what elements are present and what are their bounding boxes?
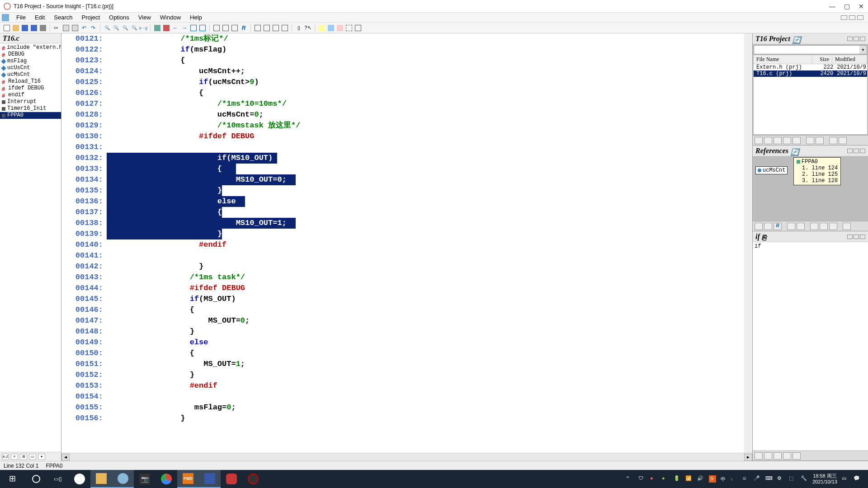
- tray-clock[interactable]: 18:58 周三 2021/10/13: [812, 473, 837, 485]
- symbol-item[interactable]: Timer16_Init: [0, 105, 61, 112]
- tray-settings-icon[interactable]: ⚙: [777, 475, 784, 483]
- tray-app-icon[interactable]: ●: [650, 475, 657, 483]
- code-line[interactable]: 00134: MS10_OUT=0;: [61, 174, 752, 185]
- proj-btn-4[interactable]: [783, 137, 791, 144]
- filter-button[interactable]: ▾: [38, 454, 45, 460]
- mdi-minimize[interactable]: [841, 15, 847, 20]
- proj-btn-1[interactable]: [755, 137, 763, 144]
- code-line[interactable]: 00138: MS10_OUT=1;: [61, 218, 752, 229]
- panel-close-button[interactable]: [860, 37, 865, 41]
- panel-button-2[interactable]: [222, 24, 230, 32]
- symbol-item[interactable]: Interrupt: [0, 99, 61, 105]
- highlight-button-1[interactable]: [318, 24, 326, 32]
- code-line[interactable]: 00139: }: [61, 229, 752, 239]
- line-content[interactable]: }: [107, 413, 752, 424]
- line-content[interactable]: msFlag=0;: [107, 402, 752, 413]
- code-line[interactable]: 00131:: [61, 142, 752, 153]
- highlight-button-2[interactable]: [327, 24, 335, 32]
- symbol-item[interactable]: ucMsCnt: [0, 71, 61, 78]
- tray-shield-icon[interactable]: 🛡: [638, 475, 646, 483]
- line-content[interactable]: [107, 250, 752, 261]
- tray-battery-icon[interactable]: 🔋: [674, 475, 681, 483]
- line-content[interactable]: }: [107, 185, 752, 196]
- book-button[interactable]: ▭: [29, 454, 36, 460]
- undo-button[interactable]: ↶: [80, 24, 88, 32]
- line-content[interactable]: #endif: [107, 380, 752, 391]
- arrange-button[interactable]: [281, 24, 289, 32]
- search-files-button[interactable]: 🔍: [130, 24, 138, 32]
- code-line[interactable]: 00124: ucMsCnt++;: [61, 66, 752, 77]
- code-line[interactable]: 00128: ucMsCnt=0;: [61, 109, 752, 120]
- print-button[interactable]: [39, 24, 47, 32]
- copy-button[interactable]: [62, 24, 70, 32]
- line-content[interactable]: if(msFlag): [107, 44, 752, 55]
- close-button[interactable]: ✕: [858, 3, 864, 9]
- task-app-1[interactable]: [69, 470, 90, 488]
- code-line[interactable]: 00121: /*1ms标记*/: [61, 33, 752, 44]
- line-content[interactable]: }: [107, 229, 752, 239]
- ref-line-item[interactable]: 1. line 124: [802, 165, 838, 171]
- tray-wifi-icon[interactable]: 📶: [685, 475, 693, 483]
- line-content[interactable]: {: [107, 348, 752, 359]
- bookmark-button[interactable]: [153, 24, 161, 32]
- line-content[interactable]: /*1ms*10=10ms*/: [107, 99, 752, 109]
- code-line[interactable]: 00126: {: [61, 88, 752, 99]
- ref-popup[interactable]: FPPA0 1. line 1242. line 1253. line 128: [793, 157, 841, 185]
- references-body[interactable]: ucMsCnt FPPA0 1. line 1242. line 1253. l…: [753, 156, 868, 221]
- line-content[interactable]: ucMsCnt++;: [107, 66, 752, 77]
- code-line[interactable]: 00125: if(ucMsCnt>9): [61, 77, 752, 88]
- ref-btn-9[interactable]: [843, 223, 851, 230]
- line-content[interactable]: MS_OUT=0;: [107, 315, 752, 326]
- ref-btn-5[interactable]: [797, 223, 805, 230]
- symbol-list[interactable]: include "extern.hDEBUGmsFlagucUsCntucMsC…: [0, 43, 61, 452]
- nav-forward-button[interactable]: →: [180, 24, 189, 32]
- maximize-button[interactable]: ▢: [844, 3, 850, 9]
- line-content[interactable]: }: [107, 261, 752, 272]
- hscroll-left[interactable]: ◄: [61, 454, 70, 461]
- panel-button-1[interactable]: [212, 24, 221, 32]
- ref-symbol-chip[interactable]: ucMsCnt: [755, 166, 788, 174]
- line-content[interactable]: /*10mstask 放这里*/: [107, 120, 752, 131]
- search-button[interactable]: 🔍: [103, 24, 111, 32]
- tray-up-icon[interactable]: ^: [627, 475, 634, 483]
- open-file-button[interactable]: [12, 24, 20, 32]
- code-line[interactable]: 00145: if(MS_OUT): [61, 294, 752, 305]
- task-explorer[interactable]: [90, 470, 112, 488]
- code-line[interactable]: 00130: #ifdef DEBUG: [61, 131, 752, 142]
- highlight-button-4[interactable]: [345, 24, 353, 32]
- panel-min-button[interactable]: [847, 37, 853, 41]
- panel-min-button[interactable]: [847, 235, 853, 239]
- highlight-button-5[interactable]: [354, 24, 362, 32]
- ref-line-item[interactable]: 2. line 125: [802, 171, 838, 178]
- code-line[interactable]: 00154:: [61, 391, 752, 402]
- line-content[interactable]: #ifdef DEBUG: [107, 131, 752, 142]
- replace-button[interactable]: x→y: [139, 24, 147, 32]
- ref-btn-4[interactable]: [787, 223, 795, 230]
- code-line[interactable]: 00141:: [61, 250, 752, 261]
- task-app-2[interactable]: [112, 470, 134, 488]
- symbol-item[interactable]: Reload_T16: [0, 78, 61, 85]
- code-line[interactable]: 00153: #endif: [61, 380, 752, 391]
- code-line[interactable]: 00156: }: [61, 413, 752, 424]
- line-content[interactable]: /*1ms标记*/: [107, 33, 752, 44]
- code-line[interactable]: 00149: else: [61, 337, 752, 348]
- mdi-close[interactable]: [857, 15, 863, 20]
- project-file-row[interactable]: T16.c (prj)24202021/10/9: [754, 70, 867, 77]
- proj-btn-9[interactable]: [839, 137, 847, 144]
- code-line[interactable]: 00144: #ifdef DEBUG: [61, 283, 752, 294]
- code-line[interactable]: 00137: {: [61, 207, 752, 218]
- context-body[interactable]: if: [753, 242, 868, 450]
- tray-chat-icon[interactable]: ●: [662, 475, 669, 483]
- line-content[interactable]: {: [107, 207, 752, 218]
- panel-max-button[interactable]: [854, 235, 859, 239]
- code-editor[interactable]: 00121: /*1ms标记*/00122: if(msFlag)00123: …: [61, 33, 752, 461]
- col-filename[interactable]: File Name: [754, 55, 812, 64]
- line-content[interactable]: {: [107, 305, 752, 315]
- ref-btn-2[interactable]: [764, 223, 772, 230]
- panel-close-button[interactable]: [860, 235, 865, 239]
- line-content[interactable]: #ifdef DEBUG: [107, 283, 752, 294]
- code-line[interactable]: 00123: {: [61, 55, 752, 66]
- start-button[interactable]: ⊞: [4, 470, 25, 488]
- tile-v-button[interactable]: [263, 24, 271, 32]
- nav-back-button[interactable]: ←: [171, 24, 179, 32]
